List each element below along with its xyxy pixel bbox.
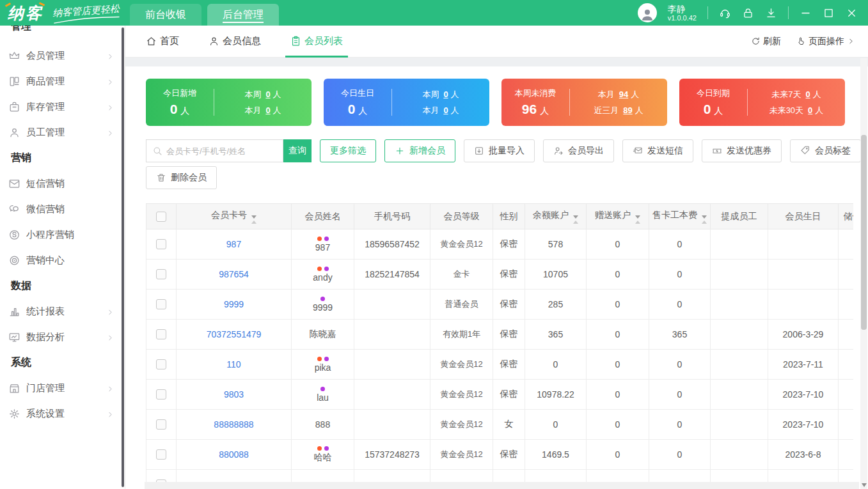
tab-label: 会员列表 (304, 35, 343, 47)
lock-button[interactable] (742, 7, 754, 19)
delete-member-button[interactable]: 删除会员 (146, 166, 217, 189)
sidebar-item-wechat-marketing[interactable]: 微信营销 (0, 196, 125, 222)
member-card-link[interactable]: 987 (226, 239, 241, 249)
sidebar-item-miniprogram-marketing[interactable]: 小程序营销 (0, 222, 125, 247)
query-button[interactable]: 查询 (283, 139, 312, 162)
user-info[interactable]: 李静 v1.0.0.42 (668, 4, 697, 22)
cell-checkbox (146, 410, 177, 440)
tab-home[interactable]: 首页 (146, 26, 179, 57)
card-stat-link[interactable]: 89 (623, 105, 632, 115)
sidebar-item-member-management[interactable]: 会员管理 (0, 43, 125, 68)
row-checkbox[interactable] (156, 299, 166, 309)
cell-staff (711, 350, 768, 380)
tab-member-list[interactable]: 会员列表 (290, 26, 343, 57)
headset-button[interactable] (719, 7, 731, 19)
member-card-link[interactable]: 880088 (219, 449, 249, 460)
sidebar-item-sms-marketing[interactable]: 短信营销 (0, 171, 125, 196)
maximize-button[interactable] (823, 7, 835, 19)
clipboard-list-icon (290, 36, 301, 47)
row-checkbox[interactable] (156, 359, 166, 369)
cell-level: 有效期1年 (430, 320, 493, 350)
scrollbar-down-arrow[interactable] (862, 483, 867, 487)
vertical-scrollbar-thumb[interactable] (861, 135, 867, 330)
sidebar-item-marketing-center[interactable]: 营销中心 (0, 247, 125, 273)
row-checkbox[interactable] (156, 419, 166, 430)
row-checkbox[interactable] (156, 389, 166, 400)
chevron-right-icon (847, 37, 855, 45)
card-stat-link[interactable]: 0 (808, 105, 812, 115)
avatar[interactable] (638, 3, 657, 22)
sidebar-item-product-management[interactable]: 商品管理 (0, 68, 125, 94)
sidebar-menu: 会员管理商品管理库存管理员工管理营销短信营销微信营销小程序营销营销中心数据统计报… (0, 43, 125, 426)
sort-icon[interactable] (635, 215, 640, 224)
member-card-link[interactable]: 987654 (219, 269, 249, 279)
card-stat-link[interactable]: 0 (806, 89, 810, 99)
sidebar-item-system-settings[interactable]: 系统设置 (0, 401, 125, 426)
cell-gender: 保密 (493, 380, 525, 410)
search-input[interactable] (162, 146, 283, 156)
app-header: 纳客 纳客管店更轻松 前台收银后台管理 李静 v1.0.0.42 (0, 0, 868, 26)
member-card-link[interactable]: 70372551479 (207, 329, 262, 339)
batch-import-button[interactable]: 批量导入 (464, 139, 535, 162)
send-coupon-button[interactable]: 发送优惠券 (702, 139, 782, 162)
sidebar-item-store-management[interactable]: 门店管理 (0, 375, 125, 401)
stat-card-no-consume-week: 本周未消费96人本月94人近三月89人 (501, 79, 667, 126)
card-stat-link[interactable]: 0 (265, 105, 270, 115)
select-all-checkbox[interactable] (156, 212, 166, 222)
download-button[interactable] (765, 7, 777, 19)
member-card-link[interactable]: 9803 (224, 389, 244, 400)
cell-gift: 0 (587, 440, 649, 470)
button-label: 新增会员 (409, 145, 445, 157)
page-operations-button[interactable]: 页面操作 (796, 36, 855, 47)
sidebar-item-inventory-management[interactable]: 库存管理 (0, 94, 125, 120)
table-row: 99999999普通会员保密28500 (146, 290, 854, 320)
row-checkbox[interactable] (156, 449, 166, 460)
sidebar-item-data-analysis[interactable]: 数据分析 (0, 324, 125, 350)
member-export-button[interactable]: 会员导出 (543, 139, 614, 162)
member-card-link[interactable]: 88888888 (214, 419, 253, 430)
cell-phone (354, 410, 430, 440)
row-checkbox[interactable] (156, 269, 166, 279)
row-checkbox[interactable] (156, 329, 166, 339)
card-value: 96人 (501, 102, 569, 117)
sidebar-item-label: 微信营销 (26, 203, 65, 215)
member-card-link[interactable]: 9999 (224, 299, 244, 309)
card-stat-link[interactable]: 94 (619, 89, 628, 99)
purple-dot-icon (320, 297, 325, 301)
sidebar-item-label: 库存管理 (26, 101, 65, 113)
sort-icon[interactable] (573, 215, 578, 224)
add-member-button[interactable]: 新增会员 (384, 139, 455, 162)
member-name: pika (292, 362, 354, 373)
member-card-link[interactable]: 110 (226, 359, 241, 369)
card-stat-link[interactable]: 0 (443, 105, 448, 115)
target-icon (8, 254, 20, 267)
card-stat-link[interactable]: 0 (265, 89, 270, 99)
row-checkbox[interactable] (156, 239, 166, 249)
cell-checkbox (146, 380, 177, 410)
refresh-button[interactable]: 刷新 (751, 36, 781, 47)
sort-icon[interactable] (702, 215, 707, 224)
sidebar-item-staff-management[interactable]: 员工管理 (0, 120, 125, 145)
header-tab-back-management[interactable]: 后台管理 (207, 4, 279, 26)
minimize-button[interactable] (800, 7, 812, 19)
cell-gender: 保密 (493, 350, 525, 380)
sidebar-scrollbar[interactable] (122, 27, 124, 487)
tab-member-info[interactable]: 会员信息 (209, 26, 261, 57)
more-filter-button[interactable]: 更多筛选 (320, 139, 376, 162)
card-stat-link[interactable]: 0 (443, 89, 448, 99)
cell-birthday: 2023-7-11 (768, 350, 839, 380)
cell-balance: 0 (525, 350, 587, 380)
monitor-chart-icon (8, 331, 20, 343)
sort-icon[interactable] (251, 215, 256, 224)
stat-card-new-today: 今日新增0人本周0人本月0人 (146, 79, 312, 126)
sidebar-item-statistics-report[interactable]: 统计报表 (0, 299, 125, 324)
cell-staff (711, 229, 768, 260)
orange-dot-icon (317, 446, 322, 451)
member-tag-button[interactable]: 会员标签 (790, 139, 861, 162)
cell-balance: 365 (525, 320, 587, 350)
header-tab-front-cashier[interactable]: 前台收银 (130, 4, 201, 26)
vertical-scrollbar-track[interactable] (860, 58, 867, 489)
close-button[interactable] (846, 7, 858, 19)
horizontal-scrollbar[interactable] (145, 482, 859, 489)
send-sms-button[interactable]: 发送短信 (622, 139, 693, 162)
